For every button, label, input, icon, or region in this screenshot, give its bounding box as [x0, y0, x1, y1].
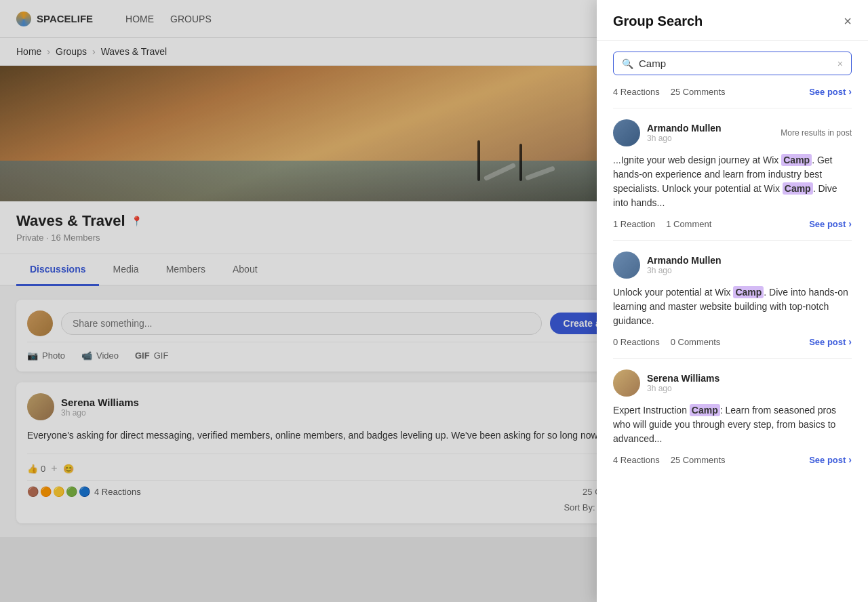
result-1-footer-see-post[interactable]: See post › — [809, 218, 852, 229]
tab-discussions[interactable]: Discussions — [16, 254, 99, 286]
result-3-avatar — [613, 369, 640, 397]
video-icon: 📹 — [81, 350, 92, 361]
result-3-text: Expert Instruction Camp: Learn from seas… — [613, 403, 852, 446]
emoji-reaction-button[interactable]: 😊 — [63, 464, 74, 474]
divider-1 — [613, 108, 852, 108]
nav-home[interactable]: HOME — [125, 14, 154, 24]
nav-groups[interactable]: GROUPS — [170, 14, 212, 24]
see-post-arrow-1b: › — [848, 218, 852, 229]
result-1-reactions: 4 Reactions — [613, 87, 660, 97]
result-2-footer-reactions: 0 Reactions — [613, 337, 660, 347]
post-author-name: Serena Williams — [61, 397, 139, 408]
photo-action[interactable]: 📷 Photo — [27, 350, 65, 361]
app-name: SPACELIFE — [37, 13, 93, 24]
result-2-footer-see-post[interactable]: See post › — [809, 336, 852, 347]
reaction-emojis: 🟤🟠🟡🟢🔵 — [27, 486, 90, 497]
result-3: Serena Williams 3h ago Expert Instructio… — [613, 369, 852, 465]
result-1-footer-reactions: 1 Reaction — [613, 219, 655, 229]
logo-icon — [16, 12, 31, 26]
post-footer: 👍 0 + 😊 — [27, 454, 637, 475]
result-1-comments: 25 Comments — [671, 87, 726, 97]
highlight-1a: Camp — [781, 154, 812, 166]
search-icon: 🔍 — [622, 58, 633, 69]
search-input[interactable] — [639, 58, 832, 69]
result-3-footer: 4 Reactions 25 Comments See post › — [613, 454, 852, 465]
divider-2 — [613, 240, 852, 241]
result-1-meta: 4 Reactions 25 Comments See post › — [613, 86, 852, 97]
result-1-see-post[interactable]: See post › — [809, 86, 852, 97]
result-3-author-info: Serena Williams 3h ago — [647, 373, 852, 393]
result-2: Armando Mullen 3h ago Unlock your potent… — [613, 252, 852, 347]
main-container: SPACELIFE HOME GROUPS Home › Groups › Wa… — [0, 0, 868, 602]
result-1-footer: 1 Reaction 1 Comment See post › — [613, 218, 852, 229]
result-2-footer-comments: 0 Comments — [671, 337, 721, 347]
result-2-footer: 0 Reactions 0 Comments See post › — [613, 336, 852, 347]
see-post-arrow-1: › — [848, 86, 852, 97]
result-3-author: Serena Williams 3h ago — [613, 369, 852, 397]
highlight-3: Camp — [690, 404, 720, 416]
video-action[interactable]: 📹 Video — [81, 350, 119, 361]
composer-input[interactable] — [61, 312, 542, 335]
tab-media[interactable]: Media — [99, 254, 152, 286]
like-button[interactable]: 👍 0 — [27, 464, 45, 474]
gif-icon: GIF — [135, 350, 150, 361]
panel-title: Group Search — [613, 14, 703, 29]
result-1-footer-stats: 1 Reaction 1 Comment — [613, 219, 711, 229]
result-3-footer-see-post[interactable]: See post › — [809, 454, 852, 465]
panel-header: Group Search × — [597, 0, 868, 41]
post-card: Serena Williams 3h ago ⋯ Everyone's aski… — [16, 382, 648, 523]
tab-about[interactable]: About — [219, 254, 271, 286]
result-1-author: Armando Mullen 3h ago More results in po… — [613, 119, 852, 146]
navbar-links: HOME GROUPS — [125, 14, 212, 24]
search-panel: Group Search × 🔍 × 4 Reactions 25 Commen… — [597, 0, 868, 602]
app-logo: SPACELIFE — [16, 12, 93, 26]
breadcrumb-current: Waves & Travel — [101, 46, 167, 57]
breadcrumb-home[interactable]: Home — [16, 46, 41, 57]
result-2-text: Unlock your potential at Wix Camp. Dive … — [613, 285, 852, 328]
divider-3 — [613, 358, 852, 359]
see-post-arrow-3: › — [848, 454, 852, 465]
breadcrumb-sep-1: › — [47, 46, 50, 57]
result-1-more: More results in post — [781, 128, 852, 138]
result-2-footer-stats: 0 Reactions 0 Comments — [613, 337, 720, 347]
result-1-author-info: Armando Mullen 3h ago — [647, 123, 774, 143]
reactions-row: 👍 0 + 😊 — [27, 462, 74, 475]
result-1: Armando Mullen 3h ago More results in po… — [613, 119, 852, 229]
private-indicator: 📍 — [131, 216, 142, 226]
result-1-avatar — [613, 119, 640, 146]
result-1-author-time: 3h ago — [647, 134, 774, 143]
result-1-text: ...Ignite your web design journey at Wix… — [613, 153, 852, 210]
tab-members[interactable]: Members — [153, 254, 219, 286]
result-2-author-info: Armando Mullen 3h ago — [647, 255, 852, 275]
photo-icon: 📷 — [27, 350, 38, 361]
group-subtitle: Private · 16 Members — [16, 233, 142, 243]
post-author: Serena Williams 3h ago — [27, 393, 139, 420]
breadcrumb-groups[interactable]: Groups — [56, 46, 87, 57]
result-3-footer-comments: 25 Comments — [671, 455, 726, 465]
post-content: Everyone's asking for direct messaging, … — [27, 428, 637, 443]
result-2-author-time: 3h ago — [647, 266, 852, 275]
group-name: Waves & Travel 📍 — [16, 212, 142, 230]
result-2-author-name: Armando Mullen — [647, 255, 852, 266]
like-icon: 👍 — [27, 464, 38, 474]
reactions-count: 4 Reactions — [94, 487, 141, 497]
search-results: 4 Reactions 25 Comments See post › Arman… — [597, 86, 868, 465]
emoji-icon: 😊 — [63, 464, 74, 474]
post-stats-bar: 🟤🟠🟡🟢🔵 4 Reactions 25 Comments — [27, 480, 637, 497]
highlight-1b: Camp — [783, 182, 813, 195]
result-1-stats: 4 Reactions 25 Comments — [613, 87, 726, 97]
composer-actions: 📷 Photo 📹 Video GIF GIF — [27, 342, 637, 361]
post-time: 3h ago — [61, 408, 139, 418]
post-author-avatar — [27, 393, 54, 420]
search-input-wrap: 🔍 × — [613, 52, 852, 75]
feed-column: Create a Post 📷 Photo 📹 Video GIF — [16, 300, 648, 523]
search-clear-button[interactable]: × — [837, 58, 843, 69]
result-2-avatar — [613, 252, 640, 279]
panel-close-button[interactable]: × — [844, 14, 852, 29]
search-box: 🔍 × — [597, 41, 868, 86]
sort-row: Sort By: Newest ▾ — [27, 502, 637, 513]
gif-action[interactable]: GIF GIF — [135, 350, 168, 361]
result-1-footer-comments: 1 Comment — [666, 219, 711, 229]
result-1-author-name: Armando Mullen — [647, 123, 774, 134]
result-3-footer-reactions: 4 Reactions — [613, 455, 660, 465]
